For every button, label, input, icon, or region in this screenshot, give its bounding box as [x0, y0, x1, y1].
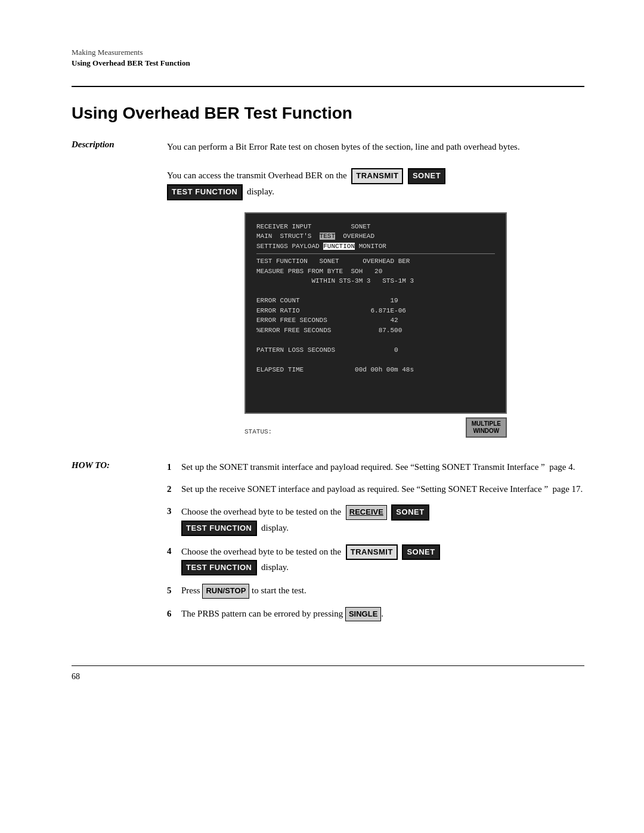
screen-line1: RECEIVER INPUT SONET [256, 222, 495, 232]
screen-separator [256, 253, 495, 254]
step-5-content: Press RUN/STOP to start the test. [181, 584, 584, 599]
howto-label: HOW TO: [72, 460, 167, 470]
test-function-button-step3[interactable]: TEST FUNCTION [181, 521, 257, 536]
step-1: 1 Set up the SONET transmit interface an… [167, 460, 584, 474]
description-content: You can perform a Bit Error Rate test on… [167, 140, 584, 450]
receive-button-step3[interactable]: RECEIVE [346, 505, 387, 519]
howto-section: HOW TO: 1 Set up the SONET transmit inte… [72, 460, 584, 630]
description-para2-prefix: You can access the transmit Overhead BER… [167, 171, 347, 180]
multiple-window-line2: WINDOW [472, 428, 501, 435]
screen-line11: ELAPSED TIME 00d 00h 00m 48s [256, 365, 495, 375]
steps-list: 1 Set up the SONET transmit interface an… [167, 460, 584, 621]
screen-line2a: MAIN STRUCT'S TEST OVERHEAD [256, 231, 495, 241]
screen-line10: PATTERN LOSS SECONDS 0 [256, 345, 495, 355]
screen-line2b: SETTINGS PAYLOAD FUNCTION MONITOR [256, 241, 495, 252]
step-2-content: Set up the receive SONET interface and p… [181, 482, 584, 496]
screen-blank6 [256, 394, 495, 404]
screen-blank2 [256, 335, 495, 345]
description-para1: You can perform a Bit Error Rate test on… [167, 140, 584, 154]
screen-blank4 [256, 374, 495, 385]
sonet-button-step4[interactable]: SONET [402, 544, 439, 560]
step-6: 6 The PRBS pattern can be errored by pre… [167, 607, 584, 622]
transmit-button[interactable]: TRANSMIT [351, 168, 403, 184]
step-4: 4 Choose the overhead byte to be tested … [167, 544, 584, 575]
step-6-content: The PRBS pattern can be errored by press… [181, 607, 584, 622]
screen-line3: TEST FUNCTION SONET OVERHEAD BER [256, 256, 495, 267]
bottom-rule [72, 665, 584, 666]
test-function-button-step4[interactable]: TEST FUNCTION [181, 560, 257, 575]
step-4-content: Choose the overhead byte to be tested on… [181, 544, 584, 575]
step-2-number: 2 [167, 482, 181, 496]
step-3: 3 Choose the overhead byte to be tested … [167, 504, 584, 535]
screen-line9: %ERROR FREE SECONDS 87.500 [256, 326, 495, 336]
description-label: Description [72, 140, 167, 150]
screen-blank1 [256, 286, 495, 296]
multiple-window-line1: MULTIPLE [472, 420, 501, 428]
step-6-number: 6 [167, 607, 181, 621]
breadcrumb-bold: Using Overhead BER Test Function [72, 58, 584, 68]
step-1-content: Set up the SONET transmit interface and … [181, 460, 584, 474]
description-section: Description You can perform a Bit Error … [72, 140, 584, 450]
screen-area: RECEIVER INPUT SONET MAIN STRUCT'S TEST … [244, 212, 507, 438]
page: Making Measurements Using Overhead BER T… [0, 0, 644, 833]
screen-line8: ERROR FREE SECONDS 42 [256, 315, 495, 326]
screen-line5: WITHIN STS-3M 3 STS-1M 3 [256, 276, 495, 286]
description-para2: You can access the transmit Overhead BER… [167, 168, 584, 200]
step-1-number: 1 [167, 460, 181, 474]
status-text: STATUS: [244, 427, 272, 438]
screen-line4: MEASURE PRBS FROM BYTE SOH 20 [256, 267, 495, 277]
step-5: 5 Press RUN/STOP to start the test. [167, 584, 584, 599]
screen-container: RECEIVER INPUT SONET MAIN STRUCT'S TEST … [167, 212, 584, 438]
screen-blank5 [256, 385, 495, 395]
step-3-content: Choose the overhead byte to be tested on… [181, 504, 584, 535]
howto-content: 1 Set up the SONET transmit interface an… [167, 460, 584, 630]
breadcrumb-top: Making Measurements [72, 48, 584, 57]
page-number: 68 [72, 672, 584, 682]
step-5-number: 5 [167, 584, 181, 597]
sonet-button-desc[interactable]: SONET [408, 168, 445, 184]
run-stop-button[interactable]: RUN/STOP [202, 584, 249, 598]
step-3-number: 3 [167, 504, 181, 518]
screen-blank3 [256, 355, 495, 365]
single-button[interactable]: SINGLE [345, 607, 381, 621]
step-2: 2 Set up the receive SONET interface and… [167, 482, 584, 496]
header-area: Making Measurements Using Overhead BER T… [72, 48, 584, 68]
top-rule [72, 86, 584, 87]
description-para2-suffix: display. [247, 187, 274, 196]
transmit-button-step4[interactable]: TRANSMIT [346, 544, 398, 560]
test-function-button-desc[interactable]: TEST FUNCTION [167, 184, 243, 200]
screen-line6: ERROR COUNT 19 [256, 296, 495, 306]
step-4-number: 4 [167, 544, 181, 558]
screen-box: RECEIVER INPUT SONET MAIN STRUCT'S TEST … [244, 212, 507, 414]
page-title: Using Overhead BER Test Function [72, 104, 584, 123]
sonet-button-step3[interactable]: SONET [391, 504, 429, 520]
screen-line7: ERROR RATIO 6.871E-06 [256, 306, 495, 316]
status-area: STATUS: MULTIPLE WINDOW [244, 417, 507, 438]
multiple-window-button[interactable]: MULTIPLE WINDOW [466, 417, 507, 438]
